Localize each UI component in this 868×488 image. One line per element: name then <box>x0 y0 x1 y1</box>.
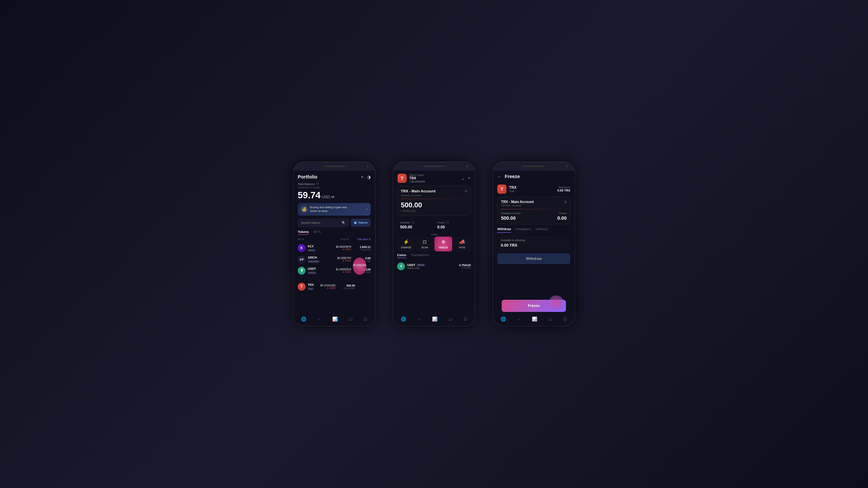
crypto-header-actions: ⌄ + <box>461 176 470 181</box>
table-row[interactable]: K KLV Klever $0.00420879 ▼ 3.85% 1,944.1… <box>293 242 375 254</box>
token-table-header: A/Z ⇅ Price ⇅ Flat Value ⇅ <box>293 237 375 242</box>
tab-transactions[interactable]: Transactions <box>410 253 429 258</box>
portfolio-header-icons: + ◑ <box>361 174 371 180</box>
withdraw-tabs: Withdraw Delegations Unfreeze <box>493 227 575 233</box>
nav-home-icon-3[interactable]: 🌐 <box>499 315 508 323</box>
freeze-avail-col: Available to freeze 500.00 <box>501 212 553 221</box>
usdt-coin-info: USDT TRC20 Tether USD <box>407 263 457 269</box>
nav-home-icon[interactable]: 🌐 <box>299 315 308 323</box>
bottom-nav: 🌐 ↔ 📊 🗂 ☰ <box>293 312 375 326</box>
tab-nfts[interactable]: NFTs <box>313 230 321 235</box>
1inch-price: $0.3582753 ▼ 0.85% <box>332 257 351 262</box>
phone-notch-2 <box>423 166 445 167</box>
klv-logo: K <box>298 244 306 252</box>
th-flat-value: Flat Value ⇅ <box>358 238 371 241</box>
trx-header-logo: T <box>398 174 407 183</box>
coins-tx-tabs: Coins Transactions <box>393 253 475 258</box>
nav-menu-icon-3[interactable]: ☰ <box>561 315 569 323</box>
trx-value: 500.00 = 50.80 USD <box>338 284 355 290</box>
search-input[interactable]: Search tokens 🔍 <box>298 219 349 227</box>
freeze-icon: ❄ <box>441 239 445 245</box>
total-frozen-display: Total Frozen 0.00 TRX <box>557 186 570 192</box>
nav-menu-icon[interactable]: ☰ <box>362 315 369 323</box>
charge-button[interactable]: ⚡ CHARGE <box>397 237 415 251</box>
phone-camera-3 <box>566 165 568 167</box>
phone-top-bar-2 <box>393 162 475 171</box>
chevron-down-icon[interactable]: ⌄ <box>461 176 465 181</box>
nav-transfer-icon[interactable]: ↔ <box>315 315 323 323</box>
phone-camera <box>366 165 369 167</box>
list-item[interactable]: ₮ USDT TRC20 Tether USD 0.754125 = 0.75 … <box>393 261 475 272</box>
usdt-info: USDT TRC20 <box>308 267 330 274</box>
bottom-nav-3: 🌐 ↔ 📊 🗂 ☰ <box>493 312 575 326</box>
phone-notch-3 <box>523 166 545 167</box>
klv-value: 1,944.11 = 8.18 USD <box>353 245 371 251</box>
usdt-coin-logo: ₮ <box>397 262 405 270</box>
nav-chart-icon[interactable]: 📊 <box>331 315 339 323</box>
freeze-page-title: Freeze <box>505 174 520 180</box>
portfolio-title: Portfolio <box>298 174 317 180</box>
available-info-icon[interactable]: i <box>411 221 414 224</box>
crypto-header: T Select Crypto TRX = $0.10161262 ⌄ + <box>393 171 475 186</box>
nav-chart-icon-2[interactable]: 📊 <box>430 315 439 323</box>
trx-freeze-info: TRX Tron <box>509 186 555 193</box>
chart-icon[interactable]: ◑ <box>367 174 371 180</box>
copy-icon-freeze[interactable]: ⧉ <box>564 200 566 204</box>
tab-unfreeze[interactable]: Unfreeze <box>536 227 548 231</box>
search-row: Search tokens 🔍 ▦ Tokens <box>293 219 375 227</box>
usdt-logo: ₮ <box>298 267 306 274</box>
frozen-label: Frozen i <box>437 221 468 224</box>
token-nft-tabs: Tokens NFTs <box>293 230 375 235</box>
phone-freeze: ← Freeze T TRX Tron Total Frozen 0.00 TR… <box>493 162 575 326</box>
available-withdraw-card: Available to withdraw 0.00 TRX <box>497 236 570 251</box>
nav-transfer-icon-2[interactable]: ↔ <box>415 315 423 323</box>
add-icon[interactable]: + <box>361 174 364 180</box>
phone-trx: T Select Crypto TRX = $0.10161262 ⌄ + TR… <box>393 162 475 326</box>
freeze-header: ← Freeze <box>493 171 575 183</box>
trx-info-row: T TRX Tron Total Frozen 0.00 TRX <box>493 183 575 197</box>
phone-portfolio-screen: Portfolio + ◑ Total Balance 🛡 4 accounts… <box>293 171 375 326</box>
nav-wallet-icon[interactable]: 🗂 <box>347 315 354 323</box>
promo-banner[interactable]: 💰 Buying and selling crypto was never so… <box>298 203 371 216</box>
frozen-info-icon[interactable]: i <box>446 221 450 224</box>
tokens-button[interactable]: ▦ Tokens <box>351 219 371 227</box>
promo-text: Buying and selling crypto was never so e… <box>310 206 353 213</box>
tab-withdraw[interactable]: Withdraw <box>497 227 511 233</box>
tab-coins[interactable]: Coins <box>397 253 406 258</box>
freeze-frozen-col: Frozen 0.00 <box>557 212 566 221</box>
nav-chart-icon-3[interactable]: 📊 <box>530 315 539 323</box>
promo-icon: 💰 <box>301 206 308 213</box>
th-price: Price ⇅ <box>341 238 349 241</box>
nav-wallet-icon-2[interactable]: 🗂 <box>446 315 455 323</box>
copy-icon[interactable]: ⧉ <box>465 189 467 193</box>
freeze-account-header: TRX - Main Account ⧉ <box>501 200 566 204</box>
promo-arrow-icon: › <box>366 207 368 212</box>
phone-portfolio: Portfolio + ◑ Total Balance 🛡 4 accounts… <box>293 162 375 326</box>
available-frozen-row: Available i 500.00 Frozen i 0.00 <box>397 219 471 232</box>
th-az: A/Z ⇅ <box>298 238 304 241</box>
tab-tokens[interactable]: Tokens <box>298 230 309 235</box>
nav-transfer-icon-3[interactable]: ↔ <box>515 315 523 323</box>
back-button[interactable]: ← <box>497 174 502 179</box>
tab-delegations[interactable]: Delegations <box>516 227 531 231</box>
1inch-info: 1INCH POLYGON <box>308 256 330 263</box>
freeze-btn-glow <box>549 295 564 311</box>
shield-icon: 🛡 <box>316 183 319 186</box>
freeze-action-button[interactable]: Freeze <box>502 300 566 312</box>
vote-button[interactable]: 📣 VOTE <box>453 237 471 251</box>
nav-menu-icon-2[interactable]: ☰ <box>462 315 469 323</box>
klv-price: $0.00420879 ▼ 3.85% <box>332 245 351 251</box>
add-account-icon[interactable]: + <box>468 176 470 181</box>
account-card: TRX - Main Account ⧉ TBSD95...5CHnSP 500… <box>397 186 471 216</box>
nav-wallet-icon-3[interactable]: 🗂 <box>547 315 554 323</box>
phone-camera-2 <box>466 165 468 167</box>
usdt-coin-value: 0.754125 = 0.75 USD <box>459 263 471 269</box>
nav-home-icon-2[interactable]: 🌐 <box>399 315 408 323</box>
freeze-button[interactable]: ❄ FREEZE <box>434 237 452 251</box>
table-row[interactable]: T TRX Tron $0.10161262 ▼ 3.85% 500.00 = … <box>293 276 375 297</box>
withdraw-button[interactable]: Withdraw <box>497 253 570 264</box>
scan-button[interactable]: ⊡ SCAN <box>416 237 434 251</box>
klv-info: KLV Klever <box>308 245 330 252</box>
account-divider <box>401 199 467 199</box>
crypto-header-info: Select Crypto TRX = $0.10161262 <box>409 174 459 183</box>
